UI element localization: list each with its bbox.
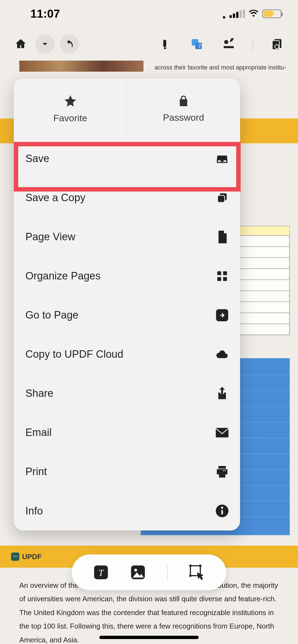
svg-rect-11 <box>223 271 227 275</box>
home-indicator <box>99 636 199 639</box>
favorite-button[interactable]: Favorite <box>14 79 127 139</box>
image-tool-button[interactable] <box>130 565 146 580</box>
lock-icon <box>177 95 190 107</box>
svg-rect-15 <box>216 428 228 437</box>
updf-logo-icon: 〰 <box>11 553 19 561</box>
image-text-button[interactable]: T <box>187 34 206 54</box>
menu-item-info[interactable]: Info <box>14 491 240 530</box>
pill-divider <box>167 565 168 580</box>
actions-menu: Favorite Password Save Save a Copy Page … <box>14 79 240 530</box>
status-time: 11:07 <box>30 7 60 20</box>
svg-point-28 <box>189 574 192 577</box>
menu-item-go-to-page[interactable]: Go to Page <box>14 296 240 335</box>
cellular-signal-icon <box>230 10 245 18</box>
svg-point-16 <box>225 470 226 471</box>
svg-rect-10 <box>217 271 221 275</box>
mail-icon <box>216 426 228 439</box>
svg-rect-9 <box>218 195 225 202</box>
top-toolbar: T <box>0 28 298 61</box>
updf-logo-text: UPDF <box>22 553 42 561</box>
svg-point-27 <box>199 565 201 567</box>
svg-rect-12 <box>217 277 221 281</box>
tray-icon <box>216 152 228 165</box>
wifi-icon <box>249 9 258 18</box>
svg-point-3 <box>224 40 228 44</box>
text-tool-button[interactable]: T <box>93 565 109 580</box>
arrow-right-box-icon <box>216 309 228 322</box>
svg-text:T: T <box>99 568 104 578</box>
svg-text:T: T <box>198 43 202 49</box>
select-tool-button[interactable] <box>189 565 205 580</box>
home-button[interactable] <box>11 34 30 54</box>
password-label: Password <box>163 112 204 123</box>
password-button[interactable]: Password <box>127 79 240 139</box>
svg-rect-13 <box>223 277 227 281</box>
svg-point-24 <box>134 568 137 571</box>
menu-item-share[interactable]: Share <box>14 374 240 413</box>
favorite-label: Favorite <box>53 113 87 123</box>
document-photo <box>19 61 143 72</box>
copy-icon <box>216 192 228 204</box>
svg-point-26 <box>189 565 192 567</box>
menu-item-print[interactable]: Print <box>14 452 240 491</box>
menu-item-copy-to-cloud[interactable]: Copy to UPDF Cloud <box>14 335 240 374</box>
pages-thumbnail-button[interactable] <box>268 34 287 54</box>
menu-item-save-copy[interactable]: Save a Copy <box>14 178 240 217</box>
svg-point-17 <box>223 470 224 471</box>
menu-item-page-view[interactable]: Page View <box>14 217 240 257</box>
grid-icon <box>216 270 228 282</box>
status-bar: 11:07 ⚡ <box>0 0 298 28</box>
battery-icon: ⚡ <box>262 9 281 18</box>
bottom-floating-toolbar: T <box>72 554 226 590</box>
menu-item-organize-pages[interactable]: Organize Pages <box>14 257 240 296</box>
svg-rect-19 <box>221 510 223 514</box>
cloud-icon <box>216 348 228 361</box>
highlighter-button[interactable] <box>155 34 174 54</box>
svg-point-20 <box>221 507 223 509</box>
star-icon <box>63 94 77 108</box>
info-icon <box>216 505 228 517</box>
menu-item-email[interactable]: Email <box>14 413 240 452</box>
document-text-fragment: across their favorite and most appropria… <box>155 64 287 71</box>
toolbar-divider <box>253 37 253 51</box>
share-icon <box>216 387 228 400</box>
page-icon <box>216 231 228 243</box>
image-edit-button[interactable] <box>219 34 238 54</box>
undo-button[interactable] <box>60 34 79 54</box>
menu-item-save[interactable]: Save <box>14 139 240 178</box>
print-icon <box>216 465 228 478</box>
dropdown-menu-button[interactable] <box>35 34 55 54</box>
signal-prefix-dot <box>223 16 225 18</box>
